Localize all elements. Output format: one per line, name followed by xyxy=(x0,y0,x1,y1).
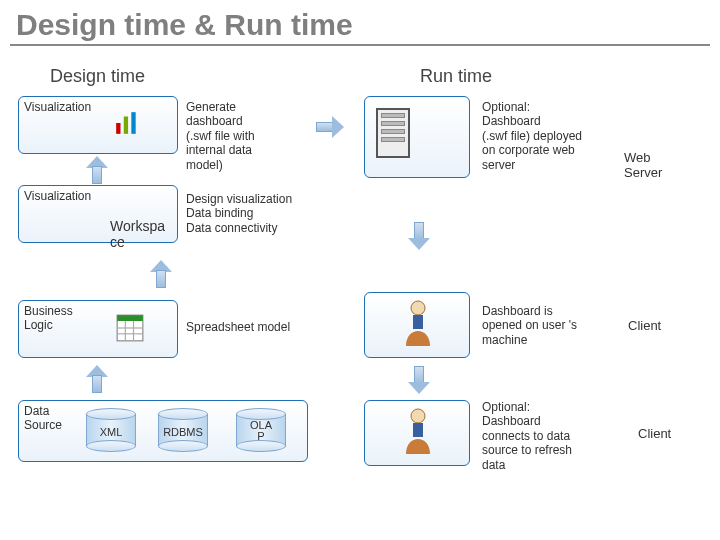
rdbms-cylinder: RDBMS xyxy=(158,408,208,452)
run-step-3-side: Client xyxy=(638,426,671,441)
svg-rect-4 xyxy=(117,315,143,321)
page-title: Design time & Run time xyxy=(10,0,710,46)
arrow-up-icon xyxy=(86,365,108,393)
arrow-down-icon xyxy=(408,366,430,394)
workspace-desc: Design visualization Data binding Data c… xyxy=(186,192,316,235)
person-icon xyxy=(398,406,438,456)
svg-rect-12 xyxy=(413,423,423,437)
xml-cylinder: XML xyxy=(86,408,136,452)
workspace-label: Workspa ce xyxy=(110,218,165,250)
run-step-1-desc: Optional: Dashboard (.swf file) deployed… xyxy=(482,100,632,172)
run-step-3-desc: Optional: Dashboard connects to data sou… xyxy=(482,400,622,472)
olap-cylinder: OLA P xyxy=(236,408,286,452)
business-logic-label: Business Logic xyxy=(24,304,73,332)
arrow-right-icon xyxy=(316,116,346,138)
svg-rect-2 xyxy=(131,112,135,134)
svg-rect-10 xyxy=(413,315,423,329)
visualization-label-1: Visualization xyxy=(24,100,91,114)
design-column-header: Design time xyxy=(50,66,145,87)
run-step-2-desc: Dashboard is opened on user 's machine xyxy=(482,304,632,347)
spreadsheet-icon xyxy=(116,314,144,342)
person-icon xyxy=(398,298,438,348)
generate-desc: Generate dashboard (.swf file with inter… xyxy=(186,100,296,172)
spreadsheet-desc: Spreadsheet model xyxy=(186,320,290,334)
svg-rect-0 xyxy=(116,123,120,134)
run-step-2-side: Client xyxy=(628,318,661,333)
run-column-header: Run time xyxy=(420,66,492,87)
svg-point-11 xyxy=(411,409,425,423)
bar-chart-icon xyxy=(114,110,140,136)
svg-point-9 xyxy=(411,301,425,315)
arrow-up-icon xyxy=(150,260,172,288)
svg-rect-1 xyxy=(124,117,128,134)
visualization-label-2: Visualization xyxy=(24,189,91,203)
arrow-down-icon xyxy=(408,222,430,250)
arrow-up-icon xyxy=(86,156,108,184)
server-icon xyxy=(376,108,410,158)
run-step-1-side: Web Server xyxy=(624,150,662,180)
data-source-label: Data Source xyxy=(24,404,62,432)
